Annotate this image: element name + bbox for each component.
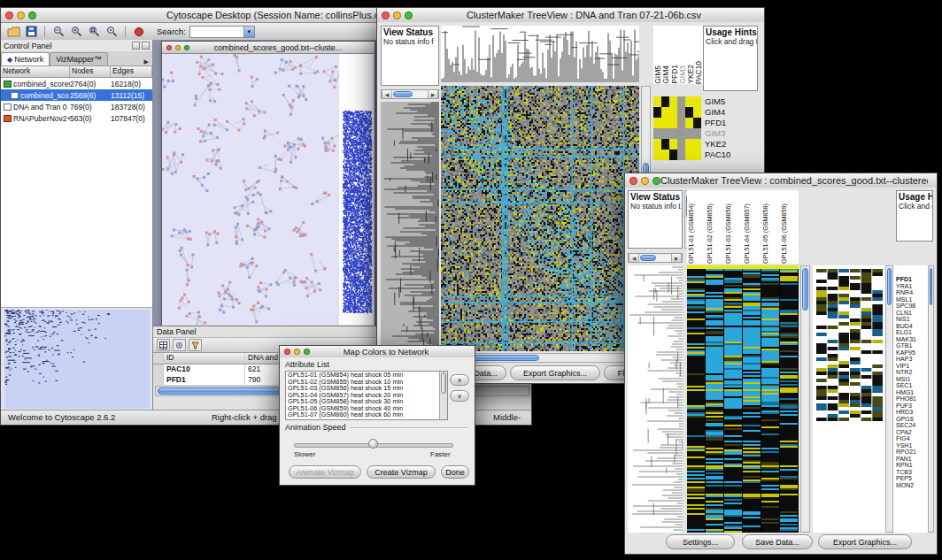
network-list-row[interactable]: RNAPuberNov2+ 563(0) 107847(0): [1, 112, 152, 124]
search-dropdown-icon[interactable]: ▾: [243, 27, 254, 37]
gene-label[interactable]: TCB3: [896, 469, 926, 476]
save-session-icon[interactable]: [24, 25, 38, 38]
scrollbar-thumb[interactable]: [802, 268, 808, 311]
move-up-button[interactable]: ∧: [450, 374, 469, 386]
minimize-icon[interactable]: [641, 177, 649, 185]
gene-label[interactable]: CPA2: [896, 429, 926, 436]
zoom-fit-icon[interactable]: [87, 25, 101, 38]
attribute-list[interactable]: GPL51-01 (GSM854) heat shock 05 minGPL51…: [285, 371, 448, 420]
gene-label[interactable]: CLN1: [896, 310, 926, 317]
close-icon[interactable]: [284, 349, 290, 355]
done-button[interactable]: Done: [441, 465, 469, 479]
close-icon[interactable]: [5, 12, 13, 19]
minimize-icon[interactable]: [175, 45, 181, 50]
gene-label[interactable]: SPC98: [896, 303, 926, 310]
tab-vizmapper[interactable]: VizMapper™: [50, 52, 108, 65]
move-down-button[interactable]: ∨: [450, 390, 469, 402]
minimize-icon[interactable]: [393, 12, 401, 19]
scroll-left-icon[interactable]: ◀: [629, 254, 639, 262]
gene-label[interactable]: RPN1: [896, 462, 926, 469]
select-attributes-icon[interactable]: [157, 339, 170, 351]
scrollbar-thumb[interactable]: [887, 268, 892, 305]
gene-list-vscrollbar[interactable]: [928, 265, 934, 533]
gene-label[interactable]: ELG1: [896, 329, 926, 336]
close-icon[interactable]: [166, 45, 172, 50]
minimize-icon[interactable]: [294, 349, 300, 355]
zoom-out-icon[interactable]: [51, 25, 66, 38]
scroll-right-icon[interactable]: ▶: [428, 90, 438, 98]
export-graphics-button[interactable]: Export Graphics...: [818, 534, 912, 549]
id-column-header[interactable]: ID: [164, 353, 245, 364]
gene-label[interactable]: SEC1: [896, 382, 926, 389]
gene-label[interactable]: PUF3: [896, 403, 926, 410]
scrollbar-thumb[interactable]: [930, 268, 932, 305]
maximize-icon[interactable]: [405, 12, 413, 19]
column-network[interactable]: Network: [1, 66, 70, 77]
gene-label[interactable]: NIS1: [896, 316, 926, 323]
tab-overflow-arrow-icon[interactable]: ▶: [141, 58, 152, 65]
row-dendrogram[interactable]: [628, 265, 683, 533]
filter-icon[interactable]: [189, 339, 202, 351]
settings-button[interactable]: Settings...: [666, 534, 735, 549]
gene-label[interactable]: GTB1: [896, 342, 926, 349]
zoom-heatmap-canvas[interactable]: [816, 269, 884, 421]
network-list-row[interactable]: combined_scores 2764(0) 16218(0): [1, 78, 152, 89]
minimize-icon[interactable]: [17, 12, 25, 19]
scrollbar-track[interactable]: [392, 90, 428, 98]
gene-label[interactable]: BUD4: [896, 323, 926, 330]
function-builder-icon[interactable]: [173, 339, 186, 351]
gene-label[interactable]: SEC24: [896, 422, 926, 429]
column-edges[interactable]: Edges: [111, 66, 152, 77]
gene-label[interactable]: PEP5: [896, 475, 926, 482]
gene-label[interactable]: PAN1: [896, 456, 926, 463]
open-session-icon[interactable]: [6, 25, 20, 38]
close-icon[interactable]: [382, 12, 390, 19]
attribute-item[interactable]: GPL51-07 (GSM860) heat shock 60 min: [286, 411, 439, 418]
zoom-in-icon[interactable]: [69, 25, 83, 38]
gene-label[interactable]: MAK31: [896, 336, 926, 343]
zoom-selected-icon[interactable]: [104, 25, 119, 38]
attribute-list-scrollbar[interactable]: [439, 372, 447, 419]
network-view-canvas[interactable]: [162, 54, 373, 325]
heatmap-vscrollbar[interactable]: [800, 265, 810, 533]
close-panel-icon[interactable]: [142, 42, 150, 50]
network-tree-area[interactable]: [1, 124, 152, 308]
scroll-left-icon[interactable]: ◀: [382, 90, 392, 98]
scroll-right-icon[interactable]: ▶: [671, 254, 682, 262]
gene-label[interactable]: MSI1: [896, 376, 926, 383]
export-graphics-button[interactable]: Export Graphics...: [510, 365, 600, 380]
maximize-icon[interactable]: [652, 177, 660, 185]
tab-network[interactable]: ◆ Network: [1, 52, 50, 65]
create-vizmap-button[interactable]: Create Vizmap: [367, 465, 436, 479]
gene-label[interactable]: HAP3: [896, 356, 926, 363]
treeview2-titlebar[interactable]: ClusterMaker TreeView : combined_scores_…: [625, 173, 937, 188]
scrollbar-track[interactable]: [639, 254, 671, 262]
save-data-button[interactable]: Save Data...: [742, 534, 813, 549]
gene-label[interactable]: RPO21: [896, 449, 926, 456]
gene-label[interactable]: RNR4: [896, 289, 926, 296]
network-overview-thumbnail[interactable]: [4, 310, 150, 409]
correlation-matrix-canvas[interactable]: [653, 96, 701, 160]
scrollbar-thumb[interactable]: [441, 372, 446, 394]
network-list-row[interactable]: DNA and Tran 0 769(0) 183728(0): [1, 101, 152, 112]
gene-label[interactable]: YRA1: [896, 283, 926, 290]
column-nodes[interactable]: Nodes: [70, 66, 111, 77]
gene-label[interactable]: FIG4: [896, 435, 926, 442]
gene-label[interactable]: MSL1: [896, 296, 926, 303]
float-panel-icon[interactable]: [132, 42, 140, 50]
network-view-titlebar[interactable]: combined_scores_good.txt--cluste...: [162, 42, 374, 54]
slider-thumb[interactable]: [368, 439, 378, 449]
animate-vizmap-button[interactable]: Animate Vizmap: [289, 465, 361, 479]
gene-label[interactable]: NTR2: [896, 369, 926, 376]
gene-label[interactable]: VIP1: [896, 363, 926, 370]
treeview1-titlebar[interactable]: ClusterMaker TreeView : DNA and Tran 07-…: [377, 8, 764, 23]
heatmap-canvas[interactable]: [687, 265, 799, 533]
scrollbar-thumb[interactable]: [393, 91, 413, 97]
column-dendrogram[interactable]: [441, 26, 639, 82]
scrollbar-thumb[interactable]: [640, 255, 656, 261]
network-list-row-selected[interactable]: combined_sco 2569(6) 13112(15): [1, 89, 152, 101]
zoom-vscrollbar[interactable]: [885, 265, 893, 533]
gene-label[interactable]: HRD3: [896, 409, 926, 416]
maximize-icon[interactable]: [28, 12, 36, 19]
gene-label[interactable]: KAP95: [896, 349, 926, 357]
